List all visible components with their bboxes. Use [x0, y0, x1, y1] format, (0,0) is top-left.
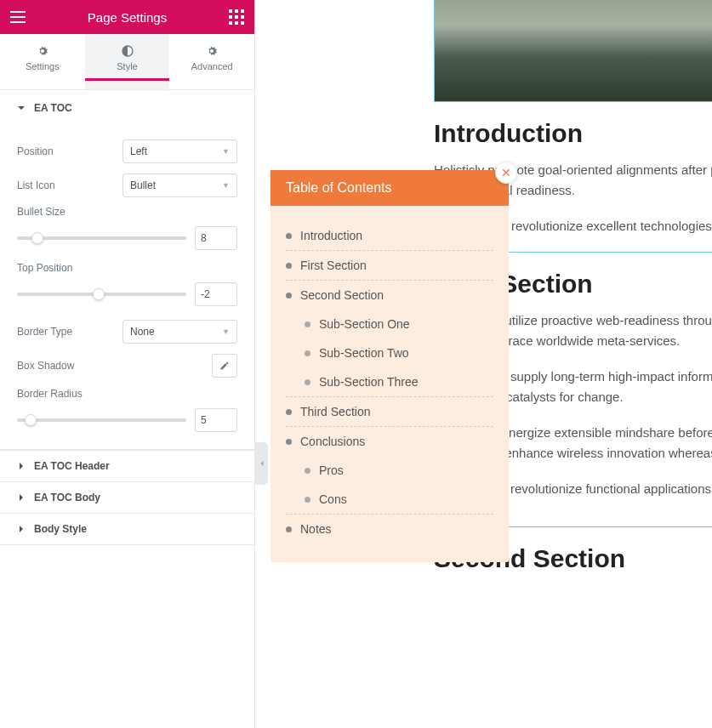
chevron-right-icon: [17, 462, 26, 470]
borderradius-input[interactable]: [195, 408, 237, 432]
heading-introduction: Introduction: [434, 119, 712, 148]
toc-label: Second Section: [300, 288, 384, 302]
toc-label: Conclusions: [300, 435, 365, 448]
toc-item-third-section[interactable]: Third Section: [286, 397, 493, 427]
svg-rect-0: [10, 11, 26, 13]
toc-label: First Section: [300, 259, 367, 272]
section-title: EA TOC: [34, 102, 72, 114]
contrast-icon: [121, 44, 134, 58]
toc-label: Sub-Section One: [319, 317, 410, 331]
chevron-down-icon: [17, 104, 26, 112]
toc-label: Pros: [319, 464, 344, 477]
bulletsize-input[interactable]: [195, 226, 237, 250]
bordertype-label: Border Type: [17, 326, 72, 338]
select-value: Left: [130, 145, 147, 157]
toc-item-notes[interactable]: Notes: [286, 515, 493, 543]
position-label: Position: [17, 145, 54, 157]
toc-label: Cons: [319, 492, 347, 506]
grid-icon[interactable]: [229, 9, 244, 25]
svg-rect-3: [229, 9, 232, 13]
bullet-icon: [305, 497, 310, 503]
settings-sidebar: Page Settings Settings Style Advanced: [0, 0, 255, 728]
tab-style[interactable]: Style: [85, 34, 170, 89]
select-value: Bullet: [130, 179, 156, 191]
topposition-label: Top Position: [17, 262, 237, 274]
section-body-style[interactable]: Body Style: [0, 513, 254, 545]
topposition-slider[interactable]: [17, 293, 186, 296]
toc-widget: ✕ Table of Contents Introduction First S…: [271, 170, 509, 562]
select-value: None: [130, 326, 155, 338]
toc-item-second-section[interactable]: Second Section: [286, 281, 493, 310]
chevron-right-icon: [17, 493, 26, 502]
listicon-label: List Icon: [17, 179, 55, 191]
svg-rect-10: [235, 21, 238, 25]
bullet-icon: [286, 409, 292, 415]
toc-item-sub-two[interactable]: Sub-Section Two: [286, 338, 493, 367]
boxshadow-button[interactable]: [212, 354, 237, 378]
toc-item-conclusions[interactable]: Conclusions: [286, 427, 493, 456]
toc-label: Sub-Section Three: [319, 375, 418, 389]
menu-icon[interactable]: [10, 9, 26, 25]
section-title: EA TOC Body: [34, 492, 100, 503]
toc-label: Introduction: [300, 229, 362, 242]
caret-down-icon: ▼: [222, 147, 230, 156]
svg-rect-8: [241, 15, 244, 19]
svg-rect-11: [241, 21, 244, 25]
bulletsize-label: Bullet Size: [17, 206, 237, 218]
pencil-icon: [219, 361, 230, 371]
close-icon: ✕: [501, 166, 511, 179]
caret-down-icon: ▼: [222, 181, 230, 190]
toc-title: Table of Contents: [271, 170, 509, 206]
svg-rect-4: [235, 9, 238, 13]
svg-rect-1: [10, 16, 26, 18]
collapse-sidebar-button[interactable]: [255, 442, 268, 485]
borderradius-slider[interactable]: [17, 418, 186, 422]
toc-close-button[interactable]: ✕: [495, 162, 517, 184]
sidebar-topbar: Page Settings: [0, 0, 254, 34]
tab-label: Advanced: [191, 61, 233, 71]
svg-rect-7: [235, 15, 238, 19]
tabs: Settings Style Advanced: [0, 34, 254, 90]
bordertype-select[interactable]: None ▼: [122, 320, 237, 344]
chevron-right-icon: [17, 525, 26, 533]
toc-item-sub-three[interactable]: Sub-Section Three: [286, 367, 493, 397]
svg-rect-9: [229, 21, 232, 25]
listicon-select[interactable]: Bullet ▼: [122, 173, 237, 197]
toc-item-pros[interactable]: Pros: [286, 456, 493, 485]
tab-advanced[interactable]: Advanced: [169, 34, 254, 89]
bullet-icon: [286, 233, 292, 239]
toc-item-first-section[interactable]: First Section: [286, 251, 493, 281]
toc-item-sub-one[interactable]: Sub-Section One: [286, 310, 493, 338]
page-title: Page Settings: [88, 10, 167, 25]
bullet-icon: [286, 263, 292, 269]
gear-icon: [36, 44, 49, 58]
bullet-icon: [305, 350, 310, 356]
bullet-icon: [286, 439, 292, 445]
toc-label: Notes: [300, 522, 332, 536]
tab-label: Settings: [26, 61, 60, 71]
topposition-input[interactable]: [195, 282, 237, 306]
position-select[interactable]: Left ▼: [122, 139, 237, 163]
section-title: EA TOC Header: [34, 460, 110, 472]
bullet-icon: [305, 468, 310, 474]
hero-image: [434, 0, 712, 102]
toc-item-cons[interactable]: Cons: [286, 485, 493, 515]
toc-label: Sub-Section Two: [319, 346, 409, 360]
bulletsize-slider[interactable]: [17, 236, 186, 240]
svg-rect-6: [229, 15, 232, 19]
tab-label: Style: [117, 61, 137, 71]
caret-down-icon: ▼: [222, 327, 230, 336]
section-ea-toc-header[interactable]: EA TOC Header: [0, 450, 254, 481]
section-title: Body Style: [34, 523, 87, 535]
tab-settings[interactable]: Settings: [0, 34, 85, 89]
toc-label: Third Section: [300, 405, 370, 418]
bullet-icon: [305, 379, 310, 385]
svg-rect-5: [241, 9, 244, 13]
boxshadow-label: Box Shadow: [17, 360, 74, 372]
section-ea-toc-body[interactable]: EA TOC Body: [0, 481, 254, 513]
bullet-icon: [305, 321, 310, 327]
svg-rect-2: [10, 21, 26, 23]
toc-item-introduction[interactable]: Introduction: [286, 221, 493, 251]
section-ea-toc[interactable]: EA TOC: [0, 90, 254, 126]
bullet-icon: [286, 526, 292, 532]
